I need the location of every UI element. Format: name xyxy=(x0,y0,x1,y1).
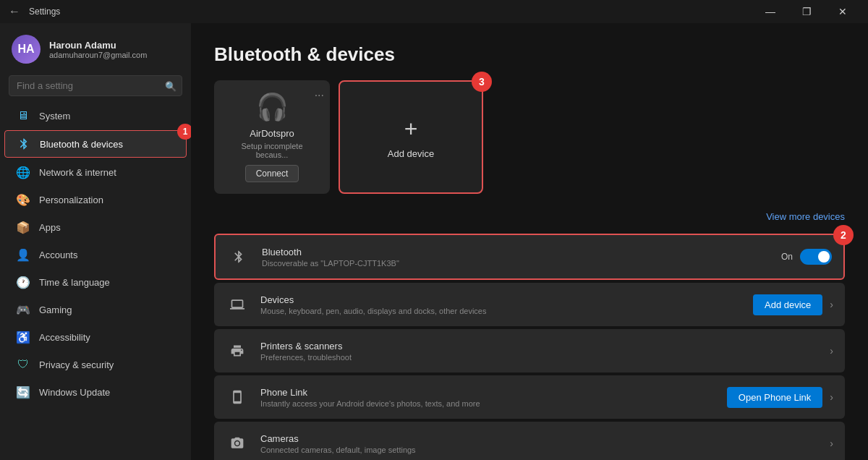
printers-chevron-icon: › xyxy=(830,345,833,357)
search-container: 🔍 xyxy=(9,75,182,96)
time-icon: 🕐 xyxy=(16,275,30,289)
bluetooth-row-title: Bluetooth xyxy=(262,247,770,257)
sidebar-item-accessibility[interactable]: ♿ Accessibility xyxy=(4,324,187,350)
network-icon: 🌐 xyxy=(16,165,30,179)
airdotspro-card[interactable]: ... 🎧 AirDotspro Setup incomplete becaus… xyxy=(214,80,330,194)
sidebar: HA Haroun Adamu adamuharoun7@gmail.com 🔍… xyxy=(0,23,191,460)
user-profile[interactable]: HA Haroun Adamu adamuharoun7@gmail.com xyxy=(0,23,191,72)
add-device-badge-3: 3 xyxy=(472,72,492,92)
cameras-row-text: Cameras Connected cameras, default, imag… xyxy=(260,433,818,454)
cameras-row-icon xyxy=(226,432,249,455)
personalization-icon: 🎨 xyxy=(16,192,30,207)
add-plus-icon: + xyxy=(404,116,418,142)
close-button[interactable]: ✕ xyxy=(826,0,859,23)
bluetooth-icon xyxy=(17,137,31,151)
phonelink-row-title: Phone Link xyxy=(260,387,715,398)
phonelink-row-subtitle: Instantly access your Android device's p… xyxy=(260,399,715,408)
add-device-label: Add device xyxy=(388,148,434,159)
phonelink-open-button[interactable]: Open Phone Link xyxy=(727,387,822,408)
phonelink-row[interactable]: Phone Link Instantly access your Android… xyxy=(214,375,845,419)
sidebar-label-bluetooth: Bluetooth & devices xyxy=(40,139,123,150)
connect-button[interactable]: Connect xyxy=(245,165,299,182)
titlebar-controls: — ❐ ✕ xyxy=(754,0,859,23)
cameras-row-title: Cameras xyxy=(260,433,818,444)
sidebar-item-system[interactable]: 🖥 System xyxy=(4,103,187,129)
cameras-row-right: › xyxy=(830,438,833,449)
settings-section: 2 Bluetooth Discoverable as "LAPTOP-CJTT… xyxy=(214,234,845,460)
bluetooth-toggle-badge-2: 2 xyxy=(833,225,854,245)
bluetooth-row-text: Bluetooth Discoverable as "LAPTOP-CJTT1K… xyxy=(262,247,770,268)
update-icon: 🔄 xyxy=(16,385,30,399)
sidebar-label-apps: Apps xyxy=(39,222,61,233)
headphones-icon: 🎧 xyxy=(256,92,289,122)
accessibility-icon: ♿ xyxy=(16,330,30,344)
maxrestore-button[interactable]: ❐ xyxy=(790,0,823,23)
sidebar-label-system: System xyxy=(39,111,70,122)
sidebar-item-bluetooth[interactable]: 1 Bluetooth & devices xyxy=(4,130,187,158)
sidebar-item-time[interactable]: 🕐 Time & language xyxy=(4,269,187,295)
svg-point-0 xyxy=(235,441,239,445)
toggle-knob xyxy=(818,251,830,263)
printers-row-subtitle: Preferences, troubleshoot xyxy=(260,353,818,362)
avatar: HA xyxy=(12,35,41,64)
printers-row-right: › xyxy=(830,345,833,357)
gaming-icon: 🎮 xyxy=(16,302,30,317)
device-card-name: AirDotspro xyxy=(250,128,294,139)
bluetooth-row-icon xyxy=(227,245,250,268)
devices-chevron-icon: › xyxy=(830,299,833,310)
sidebar-item-apps[interactable]: 📦 Apps xyxy=(4,214,187,240)
printers-row-text: Printers & scanners Preferences, trouble… xyxy=(260,341,818,362)
bluetooth-toggle-area: On xyxy=(781,249,832,265)
apps-icon: 📦 xyxy=(16,220,30,234)
cameras-row[interactable]: Cameras Connected cameras, default, imag… xyxy=(214,422,845,460)
bluetooth-toggle[interactable] xyxy=(800,249,832,265)
sidebar-label-accessibility: Accessibility xyxy=(39,332,90,343)
minimize-button[interactable]: — xyxy=(754,0,787,23)
sidebar-item-personalization[interactable]: 🎨 Personalization xyxy=(4,187,187,213)
device-card-status: Setup incomplete becaus... xyxy=(226,142,318,159)
user-name: Haroun Adamu xyxy=(49,40,147,51)
sidebar-label-accounts: Accounts xyxy=(39,250,77,260)
devices-row-title: Devices xyxy=(260,294,741,305)
card-menu-dots[interactable]: ... xyxy=(315,86,324,99)
sidebar-item-gaming[interactable]: 🎮 Gaming xyxy=(4,297,187,323)
toggle-on-label: On xyxy=(781,252,793,262)
view-more-devices[interactable]: View more devices xyxy=(214,205,845,228)
devices-row-icon xyxy=(226,293,249,316)
devices-add-button[interactable]: Add device xyxy=(753,294,822,315)
titlebar: ← Settings — ❐ ✕ xyxy=(0,0,868,23)
devices-row-text: Devices Mouse, keyboard, pen, audio, dis… xyxy=(260,294,741,315)
search-input[interactable] xyxy=(9,75,182,96)
add-device-card[interactable]: 3 + Add device xyxy=(339,80,483,194)
back-button[interactable]: ← xyxy=(9,5,20,18)
printers-row[interactable]: Printers & scanners Preferences, trouble… xyxy=(214,329,845,372)
system-icon: 🖥 xyxy=(16,108,30,123)
bluetooth-row-subtitle: Discoverable as "LAPTOP-CJTT1K3B" xyxy=(262,259,770,268)
devices-row-subtitle: Mouse, keyboard, pen, audio, displays an… xyxy=(260,307,741,315)
sidebar-item-network[interactable]: 🌐 Network & internet xyxy=(4,159,187,185)
device-cards-row: ... 🎧 AirDotspro Setup incomplete becaus… xyxy=(214,80,845,194)
cameras-chevron-icon: › xyxy=(830,438,833,449)
bluetooth-row[interactable]: 2 Bluetooth Discoverable as "LAPTOP-CJTT… xyxy=(214,234,845,280)
sidebar-label-privacy: Privacy & security xyxy=(39,359,114,370)
sidebar-label-gaming: Gaming xyxy=(39,304,72,315)
sidebar-item-accounts[interactable]: 👤 Accounts xyxy=(4,242,187,268)
printers-row-icon xyxy=(226,339,249,362)
titlebar-title: Settings xyxy=(29,7,60,17)
devices-row[interactable]: Devices Mouse, keyboard, pen, audio, dis… xyxy=(214,283,845,326)
phonelink-row-text: Phone Link Instantly access your Android… xyxy=(260,387,715,408)
phonelink-chevron-icon: › xyxy=(830,391,833,403)
page-title: Bluetooth & devices xyxy=(214,43,845,66)
devices-row-right: Add device › xyxy=(753,294,833,315)
sidebar-label-personalization: Personalization xyxy=(39,195,103,205)
privacy-icon: 🛡 xyxy=(16,357,30,372)
titlebar-left: ← Settings xyxy=(9,5,60,18)
phonelink-row-right: Open Phone Link › xyxy=(727,387,833,408)
user-info: Haroun Adamu adamuharoun7@gmail.com xyxy=(49,40,147,59)
printers-row-title: Printers & scanners xyxy=(260,341,818,352)
bluetooth-badge-1: 1 xyxy=(177,124,191,140)
sidebar-item-update[interactable]: 🔄 Windows Update xyxy=(4,379,187,405)
content-area: Bluetooth & devices ... 🎧 AirDotspro Set… xyxy=(191,23,868,460)
sidebar-item-privacy[interactable]: 🛡 Privacy & security xyxy=(4,352,187,378)
search-icon: 🔍 xyxy=(165,80,176,91)
